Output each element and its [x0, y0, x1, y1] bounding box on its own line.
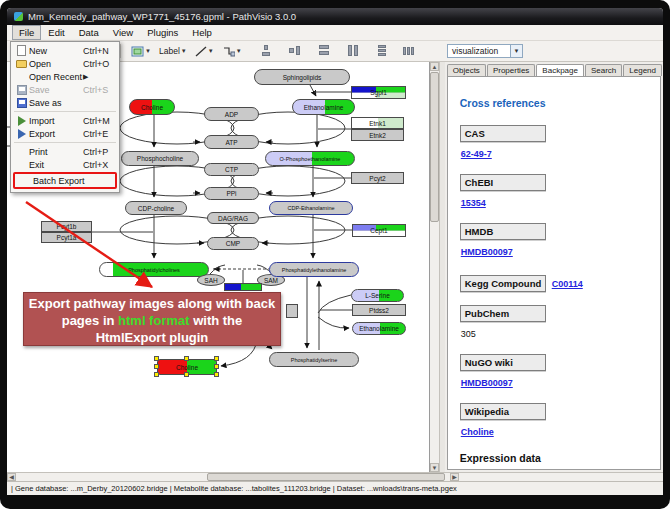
align-center-button[interactable] — [256, 43, 277, 59]
node-o-phosphoethanolamine[interactable]: O-Phosphoethanolamine — [265, 151, 355, 166]
canvas-vertical-scrollbar[interactable]: ▲ ▼ — [430, 62, 440, 472]
menu-plugins[interactable]: Plugins — [140, 25, 185, 40]
menu-view[interactable]: View — [106, 25, 140, 40]
gene-box-partial[interactable] — [224, 283, 262, 291]
menu-item-new[interactable]: New Ctrl+N — [11, 44, 119, 57]
selection-handle[interactable] — [214, 372, 219, 377]
selection-handle[interactable] — [154, 364, 159, 369]
selection-handle[interactable] — [184, 372, 189, 377]
node-etnk1[interactable]: Etnk1 — [351, 117, 404, 129]
new-file-icon — [17, 45, 26, 56]
node-ctp[interactable]: CTP — [204, 163, 259, 176]
menu-file[interactable]: File — [12, 25, 41, 40]
line-icon — [195, 46, 207, 57]
selection-handle[interactable] — [214, 356, 219, 361]
xref-section: ChEBI 15354 — [460, 174, 648, 210]
scroll-right-icon[interactable]: ▶ — [450, 473, 459, 481]
xref-section: HMDB HMDB00097 — [460, 223, 648, 259]
node-choline-top[interactable]: Choline — [129, 99, 175, 115]
selection-handle[interactable] — [154, 356, 159, 361]
menu-item-open[interactable]: Open Ctrl+O — [11, 57, 119, 70]
node-dag[interactable]: DAG/RAG — [207, 212, 259, 224]
node-cmp[interactable]: CMP — [207, 237, 259, 250]
scroll-up-icon[interactable]: ▲ — [430, 62, 439, 71]
node-sah[interactable]: SAH — [197, 274, 225, 286]
menu-edit[interactable]: Edit — [41, 25, 71, 40]
xref-link-kegg[interactable]: C00114 — [552, 279, 583, 289]
menu-item-export[interactable]: Export Ctrl+E — [11, 127, 119, 140]
datanode-button[interactable]: ▼ — [127, 43, 155, 59]
selection-handle[interactable] — [184, 356, 189, 361]
node-phosphocholine[interactable]: Phosphocholine — [121, 151, 199, 166]
node-adp[interactable]: ADP — [204, 107, 259, 121]
xref-link-chebi[interactable]: 15354 — [461, 198, 486, 208]
node-ethanolamine-top[interactable]: Ethanolamine — [292, 99, 355, 115]
annotation-line2-post: with the — [190, 313, 243, 328]
menu-item-exit[interactable]: Exit Ctrl+X — [11, 158, 119, 171]
title-bar[interactable]: Mm_Kennedy_pathway_WP1771_45176.gpml - P… — [7, 8, 663, 25]
node-cept1[interactable]: Cept1 — [352, 224, 406, 237]
stack-vertical-button[interactable] — [372, 43, 393, 59]
canvas-horizontal-scrollbar[interactable]: ◀ ▶ — [7, 472, 663, 481]
scrollbar-thumb[interactable] — [430, 72, 439, 222]
visualization-combobox[interactable]: visualization ▼ — [447, 44, 523, 58]
node-partial-box[interactable] — [286, 304, 298, 318]
xref-link-wikipedia[interactable]: Choline — [461, 427, 494, 437]
node-phosphatidylserine[interactable]: Phosphatidylserine — [269, 352, 359, 367]
selection-handle[interactable] — [214, 364, 219, 369]
node-sgpl1[interactable]: Sgpl1 — [351, 86, 406, 99]
xref-link-cas[interactable]: 62-49-7 — [461, 149, 492, 159]
node-phosphatidylethanolamine[interactable]: Phosphatidylethanolamine — [269, 262, 359, 277]
node-sphingolipids[interactable]: Sphingolipids — [254, 69, 350, 85]
node-ethanolamine-bottom[interactable]: Ethanolamine — [352, 322, 406, 335]
menu-separator — [14, 142, 116, 143]
node-atp[interactable]: ATP — [204, 135, 259, 149]
tab-legend[interactable]: Legend — [623, 64, 662, 76]
menu-item-open-recent[interactable]: Open Recent ▶ — [11, 70, 119, 83]
xref-link-hmdb[interactable]: HMDB00097 — [461, 247, 513, 257]
batch-export-highlight: Batch Export — [13, 172, 117, 189]
scroll-down-icon[interactable]: ▼ — [430, 463, 439, 472]
node-etnk2[interactable]: Etnk2 — [351, 129, 404, 141]
menu-item-save-as[interactable]: Save as — [11, 96, 119, 109]
label-button[interactable]: Label ▼ — [155, 43, 191, 59]
scrollbar-thumb[interactable] — [207, 473, 445, 481]
common-height-icon — [347, 45, 360, 57]
stack-horizontal-button[interactable] — [399, 43, 420, 59]
node-ptdss2[interactable]: Ptdss2 — [352, 304, 406, 316]
node-cdp-choline[interactable]: CDP-choline — [125, 201, 187, 215]
align-middle-button[interactable] — [285, 43, 306, 59]
menu-item-print[interactable]: Print Ctrl+P — [11, 145, 119, 158]
common-width-button[interactable] — [314, 43, 335, 59]
line-tool-button[interactable]: ▼ — [191, 43, 218, 59]
common-width-icon — [318, 45, 331, 57]
node-ppi[interactable]: PPi — [204, 187, 259, 200]
chevron-down-icon: ▼ — [145, 48, 151, 54]
xref-title-pubchem: PubChem — [460, 305, 546, 322]
node-phosphatidylcholines[interactable]: Phosphatidylcholines — [99, 262, 209, 277]
node-pcyt1a[interactable]: Pcyt1a — [41, 232, 92, 243]
connector-tool-button[interactable]: ▼ — [218, 43, 246, 59]
xref-title-kegg: Kegg Compound — [460, 275, 547, 292]
xref-link-nugo[interactable]: HMDB00097 — [461, 378, 513, 388]
annotation-line1: Export pathway images along with back — [29, 296, 275, 311]
menu-help[interactable]: Help — [185, 25, 219, 40]
menu-item-save[interactable]: Save Ctrl+S — [11, 83, 119, 96]
tab-objects[interactable]: Objects — [447, 64, 486, 76]
tab-properties[interactable]: Properties — [487, 64, 535, 76]
submenu-arrow-icon: ▶ — [83, 73, 115, 81]
menu-separator — [14, 111, 116, 112]
tab-search[interactable]: Search — [585, 64, 622, 76]
selection-handle[interactable] — [154, 372, 159, 377]
menu-bar: File Edit Data View Plugins Help — [7, 25, 663, 41]
node-pcyt1b[interactable]: Pcyt1b — [41, 221, 92, 232]
node-cdp-ethanolamine[interactable]: CDP-Ethanolamine — [269, 201, 353, 215]
scroll-left-icon[interactable]: ◀ — [7, 473, 16, 481]
chevron-down-icon[interactable]: ▼ — [510, 45, 522, 57]
node-l-serine[interactable]: L-Serine — [351, 289, 404, 302]
menu-item-batch-export[interactable]: Batch Export — [15, 174, 115, 187]
menu-data[interactable]: Data — [72, 25, 106, 40]
menu-item-import[interactable]: Import Ctrl+M — [11, 114, 119, 127]
node-pcyt2[interactable]: Pcyt2 — [351, 172, 404, 184]
common-height-button[interactable] — [343, 43, 364, 59]
